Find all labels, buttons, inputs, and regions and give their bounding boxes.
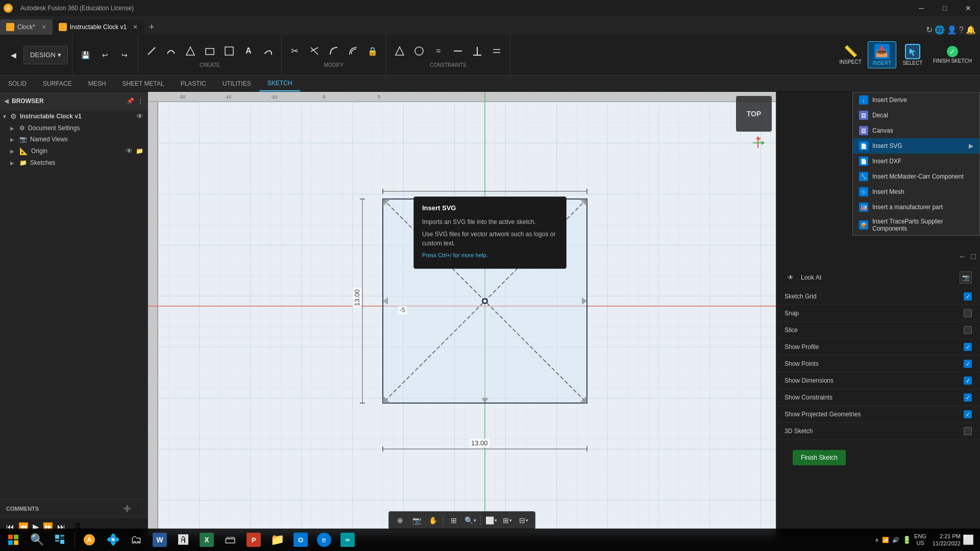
menu-insert-svg[interactable]: 📄 Insert SVG ▶	[853, 138, 979, 154]
tray-wifi-icon[interactable]: 📶	[882, 537, 889, 543]
parallel-tool[interactable]	[487, 42, 506, 60]
taskbar-clock[interactable]: 2:21 PM 11/22/2022	[933, 533, 961, 547]
sketch-3d-checkbox[interactable]	[964, 427, 972, 435]
tray-lang[interactable]: ENGUS	[914, 533, 926, 546]
sidebar-pin-icon[interactable]: 📌	[127, 97, 134, 105]
snap-row[interactable]: Snap	[776, 305, 980, 322]
tray-sound-icon[interactable]: 🔊	[892, 537, 899, 543]
slice-checkbox[interactable]	[964, 326, 972, 334]
sidebar-origin[interactable]: ▶ 📐 Origin 👁 📁	[0, 145, 148, 157]
taskbar-fusion[interactable]: A	[78, 529, 101, 551]
capture-image-btn[interactable]: 📷	[409, 513, 424, 528]
mode-sheet-metal[interactable]: SHEET METAL	[114, 76, 172, 91]
taskbar-excel[interactable]: X	[195, 529, 218, 551]
mode-surface[interactable]: SURFACE	[35, 76, 80, 91]
settings-btn[interactable]: ⊟ ▾	[517, 513, 531, 528]
canvas[interactable]: -20 -15 -10 -5 5	[148, 92, 776, 536]
sidebar-more-icon[interactable]: ⋮	[137, 97, 143, 105]
tray-battery-icon[interactable]: 🔋	[902, 536, 911, 544]
taskbar-word[interactable]: W	[149, 529, 171, 551]
arc2-tool[interactable]	[259, 42, 277, 60]
pan-btn[interactable]: ✋	[426, 513, 440, 528]
close-button[interactable]: ✕	[957, 0, 980, 16]
sidebar-named-views[interactable]: ▶ 📷 Named Views	[0, 134, 148, 145]
tray-up-icon[interactable]: ∧	[875, 537, 879, 543]
show-points-checkbox[interactable]	[964, 360, 972, 368]
show-constraints-row[interactable]: Show Constraints	[776, 389, 980, 406]
tab-instructable-close[interactable]: ✕	[133, 23, 138, 31]
trim-tool[interactable]	[305, 42, 324, 60]
tab-refresh-icon[interactable]: ↻	[926, 25, 933, 35]
grid-chevron[interactable]: ▾	[509, 518, 512, 523]
viewcube[interactable]: TOP	[736, 96, 772, 132]
show-constraints-checkbox[interactable]	[964, 393, 972, 402]
origin-eye-icon[interactable]: 👁	[126, 147, 133, 155]
look-at-btn[interactable]: 📷	[960, 271, 972, 284]
display-chevron[interactable]: ▾	[495, 518, 497, 523]
scissors-tool[interactable]: ✂	[286, 42, 304, 60]
menu-insert-derive[interactable]: ↓ Insert Derive	[853, 92, 979, 108]
root-eye-icon[interactable]: 👁	[136, 112, 143, 120]
design-dropdown[interactable]: DESIGN ▾	[23, 46, 68, 64]
rectangle-tool[interactable]	[201, 42, 219, 60]
maximize-button[interactable]: □	[933, 0, 957, 16]
undo-button[interactable]: ↩	[96, 46, 114, 64]
zoom-chevron[interactable]: ▾	[474, 518, 476, 523]
equal-tool[interactable]: =	[429, 42, 448, 60]
taskbar-app2[interactable]: P	[242, 529, 265, 551]
taskbar-arduino[interactable]: ∞	[336, 529, 359, 551]
save-button[interactable]: 💾	[77, 46, 95, 64]
horiz-tool[interactable]	[449, 42, 467, 60]
taskbar-acrobat[interactable]: 🅰	[172, 529, 194, 551]
comments-more-icon[interactable]: ⋮	[135, 505, 141, 512]
taskbar-edge[interactable]: e	[313, 529, 335, 551]
tab-notifications-icon[interactable]: 🔔	[966, 25, 976, 35]
mode-sketch[interactable]: SKETCH	[259, 76, 301, 91]
triangle2-tool[interactable]	[390, 42, 409, 60]
select-button[interactable]: SELECT	[898, 42, 927, 68]
fit-btn[interactable]: ⊞	[447, 513, 461, 528]
minimize-button[interactable]: ─	[910, 0, 933, 16]
mode-plastic[interactable]: PLASTIC	[173, 76, 214, 91]
look-at-row[interactable]: 👁 Look At 📷	[776, 267, 980, 288]
sketch-3d-row[interactable]: 3D Sketch	[776, 423, 980, 440]
finish-sketch-button[interactable]: ✓ FINISH SKETCH	[929, 44, 976, 66]
display-mode-btn[interactable]: ⬜ ▾	[484, 513, 498, 528]
grid-btn[interactable]: ⊞ ▾	[500, 513, 514, 528]
show-projected-row[interactable]: Show Projected Geometries	[776, 406, 980, 423]
rect2-tool[interactable]	[220, 42, 238, 60]
snap-checkbox[interactable]	[964, 309, 972, 317]
zoom-btn[interactable]: 🔍 ▾	[463, 513, 477, 528]
sidebar-root[interactable]: ▼ ⚙ Instructable Clock v1 👁	[0, 110, 148, 122]
redo-button[interactable]: ↪	[115, 46, 134, 64]
text-tool[interactable]: A	[239, 42, 258, 60]
sidebar-collapse-icon[interactable]: ◀	[4, 97, 9, 105]
show-projected-checkbox[interactable]	[964, 410, 972, 418]
taskbar-widgets[interactable]	[49, 529, 71, 551]
inspect-button[interactable]: 📏 INSPECT	[836, 43, 866, 67]
sidebar-sketches[interactable]: ▶ 📁 Sketches	[0, 157, 148, 168]
taskbar-files[interactable]: 📁	[266, 529, 288, 551]
show-profile-checkbox[interactable]	[964, 343, 972, 351]
menu-decal[interactable]: 🖼 Decal	[853, 108, 979, 123]
snap-grid-btn[interactable]: ⊕	[393, 513, 407, 528]
show-desktop-btn[interactable]: ⬜	[963, 534, 974, 545]
back-button[interactable]: ◀	[4, 46, 22, 64]
taskbar-settings[interactable]: 🗂	[125, 529, 148, 551]
mode-solid[interactable]: SOLID	[0, 76, 35, 91]
tab-account-icon[interactable]: 👤	[947, 25, 957, 35]
mode-mesh[interactable]: MESH	[80, 76, 114, 91]
show-points-row[interactable]: Show Points	[776, 356, 980, 372]
sketch-grid-row[interactable]: Sketch Grid	[776, 288, 980, 305]
windows-start-button[interactable]	[2, 529, 24, 551]
tab-instructable[interactable]: Instructable Clock v1 ✕	[53, 19, 144, 35]
perp-tool[interactable]	[468, 42, 486, 60]
tab-clock-close[interactable]: ✕	[41, 23, 46, 31]
settings-chevron[interactable]: ▾	[526, 518, 528, 523]
fillet-tool[interactable]	[325, 42, 343, 60]
finish-sketch-button-panel[interactable]: Finish Sketch	[793, 450, 846, 465]
menu-canvas[interactable]: 🖼 Canvas	[853, 123, 979, 138]
triangle-tool[interactable]	[181, 42, 200, 60]
tab-clock[interactable]: Clock* ✕	[0, 19, 53, 35]
sidebar-doc-settings[interactable]: ▶ ⚙ Document Settings	[0, 122, 148, 134]
